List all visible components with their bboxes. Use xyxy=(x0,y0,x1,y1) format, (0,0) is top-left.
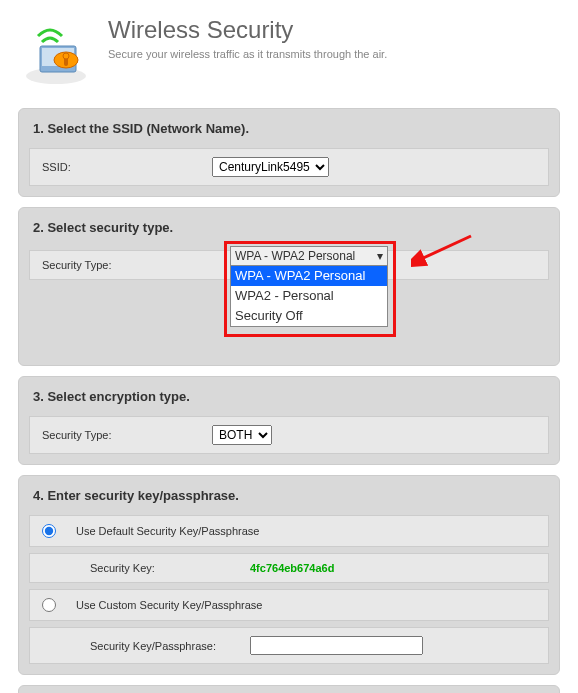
step2-title: 2. Select security type. xyxy=(19,208,559,247)
ssid-label: SSID: xyxy=(42,161,212,173)
default-key-radio[interactable] xyxy=(42,524,56,538)
step5-panel: 5. Click "Apply" to save your changes. A… xyxy=(18,685,560,693)
step5-title: 5. Click "Apply" to save your changes. xyxy=(19,686,559,693)
page-subtitle: Secure your wireless traffic as it trans… xyxy=(108,48,387,60)
step3-panel: 3. Select encryption type. Security Type… xyxy=(18,376,560,465)
custom-key-radio[interactable] xyxy=(42,598,56,612)
encryption-row: Security Type: BOTH xyxy=(29,416,549,454)
custom-key-input-label: Security Key/Passphrase: xyxy=(90,640,250,652)
page-title: Wireless Security xyxy=(108,16,387,44)
svg-point-5 xyxy=(63,53,69,59)
page-header: Wireless Security Secure your wireless t… xyxy=(0,0,578,98)
custom-key-label: Use Custom Security Key/Passphrase xyxy=(76,599,262,611)
wireless-security-icon xyxy=(20,16,92,88)
step1-title: 1. Select the SSID (Network Name). xyxy=(19,109,559,148)
step1-panel: 1. Select the SSID (Network Name). SSID:… xyxy=(18,108,560,197)
encryption-label: Security Type: xyxy=(42,429,212,441)
step3-title: 3. Select encryption type. xyxy=(19,377,559,416)
encryption-select[interactable]: BOTH xyxy=(212,425,272,445)
custom-key-input[interactable] xyxy=(250,636,423,655)
security-key-value: 4fc764eb674a6d xyxy=(250,562,334,574)
ssid-row: SSID: CenturyLink5495 xyxy=(29,148,549,186)
option-security-off[interactable]: Security Off xyxy=(231,306,387,326)
default-key-row: Use Default Security Key/Passphrase xyxy=(29,515,549,547)
custom-key-row: Use Custom Security Key/Passphrase xyxy=(29,589,549,621)
step4-title: 4. Enter security key/passphrase. xyxy=(19,476,559,515)
step4-panel: 4. Enter security key/passphrase. Use De… xyxy=(18,475,560,675)
custom-key-input-row: Security Key/Passphrase: xyxy=(29,627,549,664)
ssid-select[interactable]: CenturyLink5495 xyxy=(212,157,329,177)
default-key-label: Use Default Security Key/Passphrase xyxy=(76,525,259,537)
option-wpa2-personal[interactable]: WPA2 - Personal xyxy=(231,286,387,306)
step2-panel: 2. Select security type. placeholder Sec… xyxy=(18,207,560,366)
security-key-label: Security Key: xyxy=(90,562,250,574)
security-key-row: Security Key: 4fc764eb674a6d xyxy=(29,553,549,583)
security-type-label: Security Type: xyxy=(42,259,212,271)
